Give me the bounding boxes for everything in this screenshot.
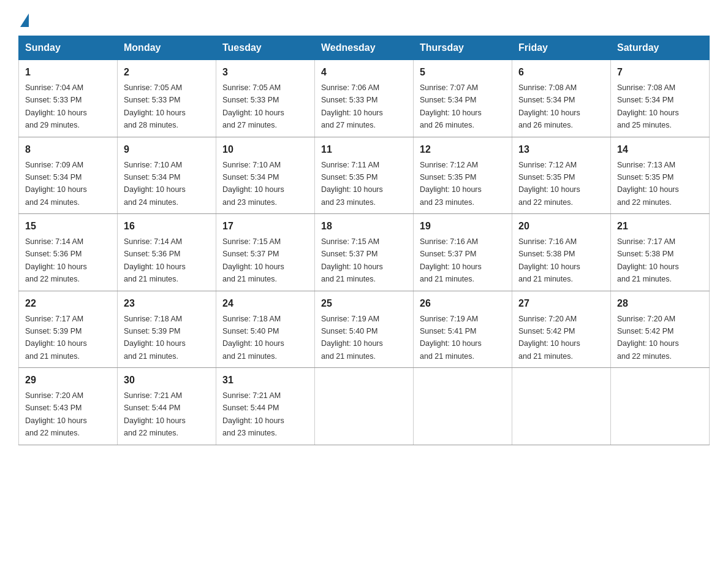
day-number: 31: [222, 373, 308, 388]
day-info: Sunrise: 7:08 AMSunset: 5:34 PMDaylight:…: [617, 83, 679, 129]
calendar-cell: 17 Sunrise: 7:15 AMSunset: 5:37 PMDaylig…: [216, 214, 315, 291]
day-info: Sunrise: 7:21 AMSunset: 5:44 PMDaylight:…: [124, 391, 186, 437]
day-number: 21: [617, 219, 703, 234]
day-info: Sunrise: 7:12 AMSunset: 5:35 PMDaylight:…: [518, 161, 580, 207]
day-info: Sunrise: 7:16 AMSunset: 5:38 PMDaylight:…: [518, 237, 580, 283]
weekday-header-friday: Friday: [512, 36, 611, 60]
calendar-cell: 5 Sunrise: 7:07 AMSunset: 5:34 PMDayligh…: [414, 60, 512, 137]
calendar-cell: 2 Sunrise: 7:05 AMSunset: 5:33 PMDayligh…: [118, 60, 216, 137]
day-info: Sunrise: 7:06 AMSunset: 5:33 PMDaylight:…: [321, 83, 383, 129]
day-info: Sunrise: 7:17 AMSunset: 5:39 PMDaylight:…: [25, 315, 87, 361]
calendar-cell: 21 Sunrise: 7:17 AMSunset: 5:38 PMDaylig…: [611, 214, 710, 291]
day-info: Sunrise: 7:16 AMSunset: 5:37 PMDaylight:…: [420, 237, 482, 283]
day-info: Sunrise: 7:19 AMSunset: 5:40 PMDaylight:…: [321, 315, 383, 361]
day-info: Sunrise: 7:17 AMSunset: 5:38 PMDaylight:…: [617, 237, 679, 283]
weekday-header-thursday: Thursday: [414, 36, 512, 60]
day-number: 19: [420, 219, 506, 234]
day-info: Sunrise: 7:18 AMSunset: 5:39 PMDaylight:…: [124, 315, 186, 361]
calendar-header-row: SundayMondayTuesdayWednesdayThursdayFrid…: [19, 36, 710, 60]
calendar-cell: 30 Sunrise: 7:21 AMSunset: 5:44 PMDaylig…: [118, 368, 216, 445]
day-number: 18: [321, 219, 407, 234]
day-number: 16: [124, 219, 210, 234]
logo-triangle-icon: [20, 13, 29, 27]
calendar-cell: 4 Sunrise: 7:06 AMSunset: 5:33 PMDayligh…: [315, 60, 414, 137]
day-info: Sunrise: 7:11 AMSunset: 5:35 PMDaylight:…: [321, 161, 383, 207]
day-info: Sunrise: 7:18 AMSunset: 5:40 PMDaylight:…: [222, 315, 284, 361]
day-number: 23: [124, 296, 210, 311]
calendar-cell: [414, 368, 512, 445]
calendar-cell: 15 Sunrise: 7:14 AMSunset: 5:36 PMDaylig…: [19, 214, 118, 291]
day-number: 24: [222, 296, 308, 311]
day-info: Sunrise: 7:04 AMSunset: 5:33 PMDaylight:…: [25, 83, 87, 129]
calendar-cell: [512, 368, 611, 445]
calendar-cell: 1 Sunrise: 7:04 AMSunset: 5:33 PMDayligh…: [19, 60, 118, 137]
calendar-cell: 14 Sunrise: 7:13 AMSunset: 5:35 PMDaylig…: [611, 137, 710, 214]
calendar-cell: 25 Sunrise: 7:19 AMSunset: 5:40 PMDaylig…: [315, 291, 414, 368]
day-info: Sunrise: 7:15 AMSunset: 5:37 PMDaylight:…: [222, 237, 284, 283]
day-info: Sunrise: 7:20 AMSunset: 5:43 PMDaylight:…: [25, 391, 87, 437]
day-info: Sunrise: 7:05 AMSunset: 5:33 PMDaylight:…: [124, 83, 186, 129]
day-number: 11: [321, 142, 407, 157]
day-info: Sunrise: 7:20 AMSunset: 5:42 PMDaylight:…: [617, 315, 679, 361]
day-info: Sunrise: 7:19 AMSunset: 5:41 PMDaylight:…: [420, 315, 482, 361]
day-number: 13: [518, 142, 604, 157]
weekday-header-saturday: Saturday: [611, 36, 710, 60]
calendar-cell: 13 Sunrise: 7:12 AMSunset: 5:35 PMDaylig…: [512, 137, 611, 214]
calendar-cell: 24 Sunrise: 7:18 AMSunset: 5:40 PMDaylig…: [216, 291, 315, 368]
calendar-cell: 20 Sunrise: 7:16 AMSunset: 5:38 PMDaylig…: [512, 214, 611, 291]
calendar-cell: 12 Sunrise: 7:12 AMSunset: 5:35 PMDaylig…: [414, 137, 512, 214]
day-number: 6: [518, 65, 604, 80]
day-number: 14: [617, 142, 703, 157]
day-info: Sunrise: 7:09 AMSunset: 5:34 PMDaylight:…: [25, 161, 87, 207]
day-info: Sunrise: 7:13 AMSunset: 5:35 PMDaylight:…: [617, 161, 679, 207]
calendar-cell: 22 Sunrise: 7:17 AMSunset: 5:39 PMDaylig…: [19, 291, 118, 368]
day-number: 15: [25, 219, 111, 234]
day-info: Sunrise: 7:21 AMSunset: 5:44 PMDaylight:…: [222, 391, 284, 437]
calendar-cell: 27 Sunrise: 7:20 AMSunset: 5:42 PMDaylig…: [512, 291, 611, 368]
calendar-week-row: 15 Sunrise: 7:14 AMSunset: 5:36 PMDaylig…: [19, 214, 710, 291]
page-header: [18, 12, 710, 25]
weekday-header-tuesday: Tuesday: [216, 36, 315, 60]
weekday-header-monday: Monday: [118, 36, 216, 60]
day-number: 26: [420, 296, 506, 311]
day-number: 8: [25, 142, 111, 157]
weekday-header-wednesday: Wednesday: [315, 36, 414, 60]
day-number: 9: [124, 142, 210, 157]
day-number: 7: [617, 65, 703, 80]
calendar-cell: 18 Sunrise: 7:15 AMSunset: 5:37 PMDaylig…: [315, 214, 414, 291]
day-number: 22: [25, 296, 111, 311]
day-info: Sunrise: 7:20 AMSunset: 5:42 PMDaylight:…: [518, 315, 580, 361]
calendar-cell: 10 Sunrise: 7:10 AMSunset: 5:34 PMDaylig…: [216, 137, 315, 214]
calendar-cell: 6 Sunrise: 7:08 AMSunset: 5:34 PMDayligh…: [512, 60, 611, 137]
day-info: Sunrise: 7:08 AMSunset: 5:34 PMDaylight:…: [518, 83, 580, 129]
day-info: Sunrise: 7:10 AMSunset: 5:34 PMDaylight:…: [124, 161, 186, 207]
calendar-week-row: 29 Sunrise: 7:20 AMSunset: 5:43 PMDaylig…: [19, 368, 710, 445]
day-info: Sunrise: 7:12 AMSunset: 5:35 PMDaylight:…: [420, 161, 482, 207]
calendar-cell: 3 Sunrise: 7:05 AMSunset: 5:33 PMDayligh…: [216, 60, 315, 137]
day-number: 17: [222, 219, 308, 234]
calendar-cell: 7 Sunrise: 7:08 AMSunset: 5:34 PMDayligh…: [611, 60, 710, 137]
calendar-cell: 26 Sunrise: 7:19 AMSunset: 5:41 PMDaylig…: [414, 291, 512, 368]
day-number: 5: [420, 65, 506, 80]
calendar-cell: 11 Sunrise: 7:11 AMSunset: 5:35 PMDaylig…: [315, 137, 414, 214]
day-info: Sunrise: 7:14 AMSunset: 5:36 PMDaylight:…: [124, 237, 186, 283]
day-number: 28: [617, 296, 703, 311]
day-info: Sunrise: 7:14 AMSunset: 5:36 PMDaylight:…: [25, 237, 87, 283]
day-number: 1: [25, 65, 111, 80]
calendar-cell: 9 Sunrise: 7:10 AMSunset: 5:34 PMDayligh…: [118, 137, 216, 214]
calendar-cell: 16 Sunrise: 7:14 AMSunset: 5:36 PMDaylig…: [118, 214, 216, 291]
calendar-cell: 8 Sunrise: 7:09 AMSunset: 5:34 PMDayligh…: [19, 137, 118, 214]
day-number: 25: [321, 296, 407, 311]
calendar-cell: [611, 368, 710, 445]
calendar-table: SundayMondayTuesdayWednesdayThursdayFrid…: [18, 36, 710, 445]
day-number: 29: [25, 373, 111, 388]
day-number: 12: [420, 142, 506, 157]
day-number: 20: [518, 219, 604, 234]
day-number: 2: [124, 65, 210, 80]
calendar-cell: [315, 368, 414, 445]
calendar-cell: 28 Sunrise: 7:20 AMSunset: 5:42 PMDaylig…: [611, 291, 710, 368]
calendar-week-row: 8 Sunrise: 7:09 AMSunset: 5:34 PMDayligh…: [19, 137, 710, 214]
calendar-cell: 19 Sunrise: 7:16 AMSunset: 5:37 PMDaylig…: [414, 214, 512, 291]
day-info: Sunrise: 7:10 AMSunset: 5:34 PMDaylight:…: [222, 161, 284, 207]
logo: [18, 12, 29, 25]
